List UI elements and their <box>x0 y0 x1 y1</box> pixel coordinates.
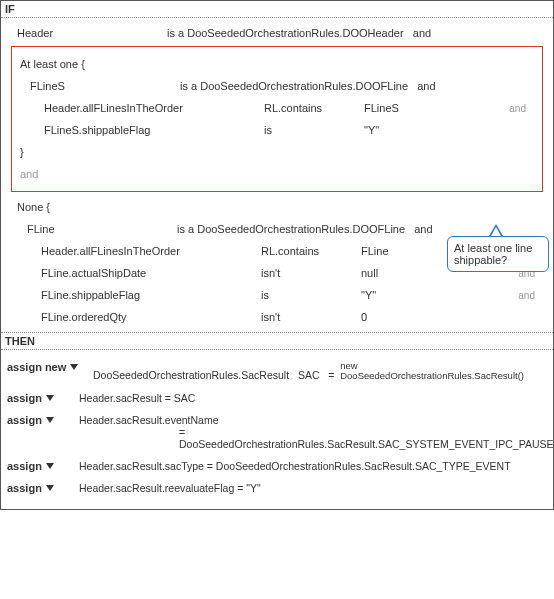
cond-op: is <box>261 289 361 301</box>
assign-row[interactable]: assign Header.sacResult.reevaluateFlag =… <box>5 477 549 499</box>
condition-row[interactable]: FLineS.shippableFlag is "Y" <box>20 119 534 141</box>
assign-label[interactable]: assign <box>7 414 79 426</box>
none-open[interactable]: None { <box>17 196 543 218</box>
callout-bubble: At least one line shippable? <box>447 236 549 272</box>
assign-body: DooSeededOrchestrationRules.SacResult SA… <box>93 361 547 382</box>
assign-new-row[interactable]: assign new DooSeededOrchestrationRules.S… <box>5 356 549 387</box>
cond-and: and <box>503 290 543 301</box>
at-least-one-open[interactable]: At least one { <box>20 53 534 75</box>
cond-lhs: FLine.orderedQty <box>41 311 261 323</box>
assign-expr: Header.sacResult.eventName = DooSeededOr… <box>79 414 553 450</box>
chevron-down-icon <box>46 463 54 469</box>
condition-row[interactable]: FLine.shippableFlag is "Y" and <box>17 284 543 306</box>
at-least-one-close[interactable]: } <box>20 141 534 163</box>
chevron-down-icon <box>46 395 54 401</box>
fline-var: FLine <box>27 223 177 235</box>
new-ctor: new DooSeededOrchestrationRules.SacResul… <box>340 361 524 382</box>
assign-label[interactable]: assign <box>7 482 79 494</box>
cond-lhs: FLine.actualShipDate <box>41 267 261 279</box>
cond-op: isn't <box>261 311 361 323</box>
if-section-label: IF <box>1 1 553 17</box>
cond-op: isn't <box>261 267 361 279</box>
then-body: assign new DooSeededOrchestrationRules.S… <box>1 350 553 509</box>
at-least-one-block: At least one { FLineS is a DooSeededOrch… <box>11 46 543 192</box>
cond-op: is <box>264 124 364 136</box>
assign-label[interactable]: assign <box>7 392 79 404</box>
cond-lhs: Header.allFLinesInTheOrder <box>44 102 264 114</box>
condition-row[interactable]: Header.allFLinesInTheOrder RL.contains F… <box>20 97 534 119</box>
header-declaration-row[interactable]: Header is a DooSeededOrchestrationRules.… <box>17 22 543 44</box>
flines-declaration-row[interactable]: FLineS is a DooSeededOrchestrationRules.… <box>20 75 534 97</box>
assign-row[interactable]: assign Header.sacResult.eventName = DooS… <box>5 409 549 455</box>
callout-pointer-inner <box>491 227 501 236</box>
chevron-down-icon <box>46 485 54 491</box>
cond-lhs: Header.allFLinesInTheOrder <box>41 245 261 257</box>
cond-rhs: "Y" <box>364 124 494 136</box>
cond-op: RL.contains <box>264 102 364 114</box>
cond-op: RL.contains <box>261 245 361 257</box>
assign-label[interactable]: assign <box>7 460 79 472</box>
assign-new-label[interactable]: assign new <box>7 361 93 373</box>
header-var: Header <box>17 27 167 39</box>
flines-type: is a DooSeededOrchestrationRules.DOOFLin… <box>180 80 436 92</box>
rule-panel: IF Header is a DooSeededOrchestrationRul… <box>0 0 554 510</box>
cond-lhs: FLineS.shippableFlag <box>44 124 264 136</box>
callout-text: At least one line shippable? <box>454 242 532 266</box>
cond-lhs: FLine.shippableFlag <box>41 289 261 301</box>
condition-row[interactable]: FLine.orderedQty isn't 0 <box>17 306 543 328</box>
assign-expr: Header.sacResult.sacType = DooSeededOrch… <box>79 460 547 472</box>
chevron-down-icon <box>70 364 78 370</box>
chevron-down-icon <box>46 417 54 423</box>
then-section-label: THEN <box>1 333 553 349</box>
cond-rhs: "Y" <box>361 289 503 301</box>
header-type: is a DooSeededOrchestrationRules.DOOHead… <box>167 27 431 39</box>
cond-rhs: 0 <box>361 311 503 323</box>
fline-type: is a DooSeededOrchestrationRules.DOOFLin… <box>177 223 433 235</box>
cond-rhs: FLineS <box>364 102 494 114</box>
cond-and: and <box>494 103 534 114</box>
flines-var: FLineS <box>30 80 180 92</box>
assign-expr: Header.sacResult.reevaluateFlag = "Y" <box>79 482 547 494</box>
if-body: Header is a DooSeededOrchestrationRules.… <box>1 18 553 332</box>
assign-row[interactable]: assign Header.sacResult.sacType = DooSee… <box>5 455 549 477</box>
assign-expr: Header.sacResult = SAC <box>79 392 547 404</box>
assign-row[interactable]: assign Header.sacResult = SAC <box>5 387 549 409</box>
trailing-and: and <box>20 163 534 185</box>
